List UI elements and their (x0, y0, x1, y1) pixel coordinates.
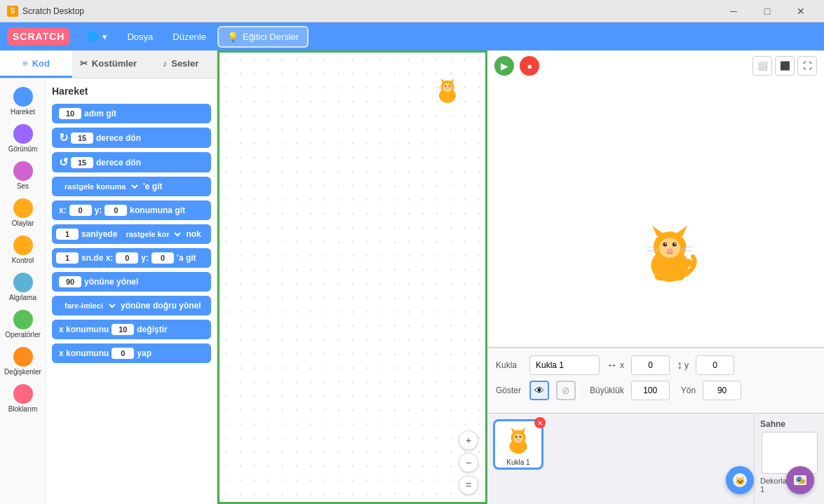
block-sn-xy[interactable]: sn.de x: y: 'a git (52, 248, 211, 268)
block-rastgele-git[interactable]: rastgele konuma 'e git (52, 177, 211, 196)
kontrol-label: Kontrol (12, 257, 34, 264)
svg-point-2 (443, 83, 452, 92)
stage-view-buttons: ⬜ ⬛ ⛶ (752, 56, 817, 76)
lightbulb-icon: 💡 (227, 32, 238, 42)
globe-arrow: ▾ (102, 32, 107, 42)
svg-point-6 (449, 86, 450, 87)
stage-view: ▶ ■ ⬜ ⬛ ⛶ (487, 50, 824, 348)
stage-playback-controls: ▶ ■ (494, 56, 539, 76)
fare-select[interactable]: fare-imleci (59, 299, 118, 312)
sag-don-icon: ↻ (59, 131, 68, 144)
block-x-degistir[interactable]: x konumunu değiştir (52, 320, 211, 339)
block-xy-git[interactable]: x: y: konumuna git (52, 200, 211, 220)
block-x-yap[interactable]: x konumunu yap (52, 343, 211, 363)
sag-don-input[interactable] (71, 132, 93, 144)
add-backdrop-icon: 🎭 (792, 472, 809, 489)
zoom-fit-button[interactable]: = (459, 475, 478, 495)
canvas-area[interactable]: + − = (217, 50, 487, 504)
zoom-in-button[interactable]: + (459, 430, 478, 450)
category-ses[interactable]: Ses (3, 158, 43, 193)
dir-input[interactable] (703, 381, 741, 400)
yon-input[interactable] (59, 276, 81, 287)
category-olaylar[interactable]: Olaylar (3, 196, 43, 230)
close-button[interactable]: ✕ (785, 0, 817, 22)
nok-text: nok (186, 229, 201, 239)
category-gorunum[interactable]: Görünüm (3, 121, 43, 156)
x-degistir-input[interactable] (112, 324, 134, 335)
stage-fullscreen-button[interactable]: ⛶ (797, 56, 817, 76)
minimize-button[interactable]: ─ (717, 0, 750, 22)
title-bar: S Scratch Desktop ─ □ ✕ (0, 0, 824, 22)
tab-kod[interactable]: ≡ Kod (0, 50, 72, 78)
left-panel: ≡ Kod ✂ Kostümler ♪ Sesler Hareket (0, 50, 217, 504)
olaylar-circle (13, 198, 33, 218)
stage-small-button[interactable]: ⬜ (752, 56, 772, 76)
globe-icon: 🌐 (87, 32, 98, 42)
sprite-thumb-kukla1[interactable]: ✕ Kukla 1 (493, 419, 543, 470)
stage-thumbnail[interactable] (762, 432, 818, 474)
x-coord-label: x (620, 360, 624, 370)
svg-point-26 (654, 271, 666, 280)
sn-x-input[interactable] (116, 252, 138, 264)
category-bloklarim[interactable]: Bloklarım (3, 381, 43, 416)
category-kontrol[interactable]: Kontrol (3, 233, 43, 267)
sag-don-text: derece dön (96, 133, 141, 143)
scratch-logo: SCRATCH (7, 27, 70, 46)
saniye-input[interactable] (56, 229, 79, 240)
sprite-name-input[interactable] (529, 355, 600, 375)
y-coord-input[interactable] (696, 355, 734, 375)
y-arrow-icon: ↕ y (677, 359, 689, 372)
sn-y-input[interactable] (151, 252, 174, 264)
svg-text:🐱: 🐱 (735, 475, 745, 486)
size-input[interactable] (631, 381, 670, 400)
green-flag-button[interactable]: ▶ (494, 56, 514, 76)
tab-kostumler[interactable]: ✂ Kostümler (72, 50, 144, 78)
hide-toggle[interactable]: ⊘ (556, 381, 576, 400)
x-coord-input[interactable] (631, 355, 670, 375)
maximize-button[interactable]: □ (751, 0, 783, 22)
sol-don-input[interactable] (71, 157, 93, 168)
add-backdrop-button[interactable]: 🎭 (786, 466, 814, 494)
categories-sidebar: Hareket Görünüm Ses Olaylar Kontrol (0, 79, 46, 504)
x-input-xy[interactable] (69, 205, 92, 216)
zoom-out-button[interactable]: − (459, 453, 478, 472)
operatorler-circle (13, 310, 33, 329)
tab-sesler[interactable]: ♪ Sesler (144, 50, 217, 78)
block-adim-git[interactable]: adım git (52, 104, 211, 123)
sn-input[interactable] (56, 252, 79, 264)
y-label-xy: y: (95, 205, 102, 215)
block-yon-yonel[interactable]: yönüne yönel (52, 272, 211, 292)
x-yap-input[interactable] (112, 348, 134, 359)
adim-input[interactable] (59, 108, 81, 119)
block-sag-don[interactable]: ↻ derece dön (52, 128, 211, 148)
y-input-xy[interactable] (104, 205, 127, 216)
blocks-header: Hareket (52, 86, 211, 97)
stage-large-button[interactable]: ⬛ (775, 56, 795, 76)
rastgele-select[interactable]: rastgele konuma (59, 180, 140, 193)
stop-button[interactable]: ■ (520, 56, 539, 76)
category-algilama[interactable]: Algılama (3, 270, 43, 304)
saniye-select[interactable]: rastgele konum (120, 228, 183, 240)
block-fare-yonel[interactable]: fare-imleci yönüne doğru yönel (52, 296, 211, 315)
sprite-delete-button[interactable]: ✕ (534, 417, 546, 428)
block-area: Hareket Görünüm Ses Olaylar Kontrol (0, 79, 217, 504)
block-saniye-konum[interactable]: saniyede rastgele konum nok (52, 224, 211, 244)
block-sol-don[interactable]: ↺ derece dön (52, 152, 211, 172)
category-hareket[interactable]: Hareket (3, 84, 43, 118)
operatorler-label: Operatörler (5, 331, 41, 339)
sprite-vis-row: Göster 👁 ⊘ Büyüklük Yön (496, 381, 816, 400)
gorunum-label: Görünüm (8, 145, 38, 153)
language-menu[interactable]: 🌐 ▾ (79, 27, 116, 46)
sn-y-text: y: (141, 253, 149, 263)
show-toggle[interactable]: 👁 (529, 381, 549, 400)
category-degiskenler[interactable]: Değişkenler (3, 344, 43, 379)
egitici-menu[interactable]: 💡 Eğitici Dersler (217, 26, 309, 48)
duzenle-menu[interactable]: Düzenle (164, 27, 215, 46)
dosya-menu[interactable]: Dosya (119, 27, 161, 46)
svg-point-36 (517, 439, 520, 440)
category-operatorler[interactable]: Operatörler (3, 307, 43, 341)
add-sprite-button[interactable]: 🐱 (726, 466, 754, 494)
svg-point-14 (659, 238, 680, 258)
code-tab-label: Kod (32, 58, 50, 69)
sprites-section: ✕ Kukla 1 (487, 414, 754, 504)
